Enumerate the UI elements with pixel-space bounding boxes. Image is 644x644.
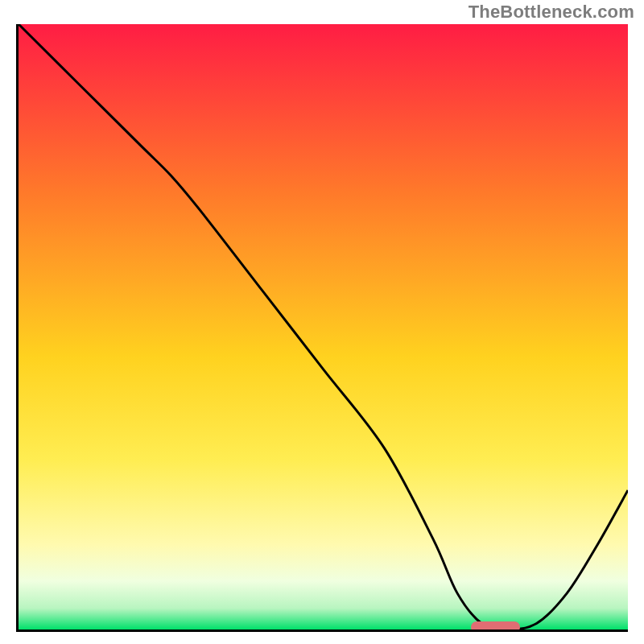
plot-svg	[19, 24, 628, 630]
watermark-text: TheBottleneck.com	[469, 2, 634, 23]
chart-stage: TheBottleneck.com	[0, 0, 644, 644]
plot-area	[16, 24, 628, 632]
optimal-range-marker	[471, 621, 520, 632]
